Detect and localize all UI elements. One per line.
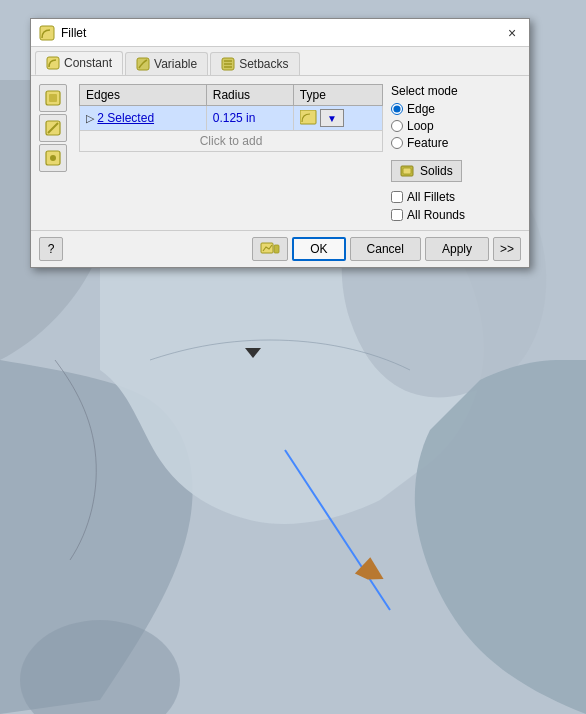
radio-feature[interactable]: Feature xyxy=(391,136,521,150)
preview-icon xyxy=(260,242,280,256)
title-bar: Fillet × xyxy=(31,19,529,47)
type-dropdown[interactable]: ▼ xyxy=(320,109,344,127)
face-icon xyxy=(44,89,62,107)
radio-edge[interactable]: Edge xyxy=(391,102,521,116)
apply-button[interactable]: Apply xyxy=(425,237,489,261)
bottom-bar: ? OK Cancel Apply >> xyxy=(31,230,529,267)
col-header-radius: Radius xyxy=(206,85,293,106)
col-header-type: Type xyxy=(293,85,382,106)
face-icon-btn[interactable] xyxy=(39,84,67,112)
radio-loop[interactable]: Loop xyxy=(391,119,521,133)
radio-feature-input[interactable] xyxy=(391,137,403,149)
left-panel xyxy=(39,84,71,222)
help-button[interactable]: ? xyxy=(39,237,63,261)
preview-button[interactable] xyxy=(252,237,288,261)
svg-rect-19 xyxy=(403,168,411,174)
svg-rect-21 xyxy=(274,245,279,253)
tab-constant-label: Constant xyxy=(64,56,112,70)
all-fillets-label: All Fillets xyxy=(407,190,455,204)
cursor-indicator: ▷ xyxy=(86,112,94,124)
edges-cell: ▷ 2 Selected xyxy=(80,106,207,131)
constant-tab-icon xyxy=(46,56,60,70)
tab-variable-label: Variable xyxy=(154,57,197,71)
cancel-button[interactable]: Cancel xyxy=(350,237,421,261)
col-header-edges: Edges xyxy=(80,85,207,106)
radio-edge-label: Edge xyxy=(407,102,435,116)
checkbox-all-rounds[interactable]: All Rounds xyxy=(391,208,521,222)
solids-icon xyxy=(400,164,416,178)
fillet-title-icon xyxy=(39,25,55,41)
fillet-dialog: Fillet × Constant Variable xyxy=(30,18,530,268)
all-rounds-label: All Rounds xyxy=(407,208,465,222)
vertex-icon xyxy=(44,149,62,167)
fillet-type-icon xyxy=(300,110,318,126)
radio-edge-input[interactable] xyxy=(391,103,403,115)
click-to-add[interactable]: Click to add xyxy=(80,131,383,152)
tab-setbacks-label: Setbacks xyxy=(239,57,288,71)
title-bar-left: Fillet xyxy=(39,25,86,41)
right-panel: Select mode Edge Loop Feature xyxy=(391,84,521,222)
more-button[interactable]: >> xyxy=(493,237,521,261)
checkbox-group: All Fillets All Rounds xyxy=(391,190,521,222)
edges-value: 2 Selected xyxy=(97,111,154,125)
solids-button[interactable]: Solids xyxy=(391,160,462,182)
type-cell: ▼ xyxy=(293,106,382,131)
ok-button[interactable]: OK xyxy=(292,237,345,261)
table-section: Edges Radius Type ▷ 2 Selected 0.125 in xyxy=(79,84,383,222)
svg-rect-5 xyxy=(47,57,59,69)
type-cell-content: ▼ xyxy=(300,109,376,127)
table-row[interactable]: ▷ 2 Selected 0.125 in ▼ xyxy=(80,106,383,131)
fillet-table: Edges Radius Type ▷ 2 Selected 0.125 in xyxy=(79,84,383,152)
checkbox-all-fillets[interactable]: All Fillets xyxy=(391,190,521,204)
radius-cell[interactable]: 0.125 in xyxy=(206,106,293,131)
tab-constant[interactable]: Constant xyxy=(35,51,123,75)
vertex-icon-btn[interactable] xyxy=(39,144,67,172)
setbacks-tab-icon xyxy=(221,57,235,71)
radio-feature-label: Feature xyxy=(407,136,448,150)
edge-icon xyxy=(44,119,62,137)
tab-bar: Constant Variable Setbacks xyxy=(31,47,529,76)
checkbox-all-fillets-input[interactable] xyxy=(391,191,403,203)
variable-tab-icon xyxy=(136,57,150,71)
close-button[interactable]: × xyxy=(503,24,521,42)
radio-group: Edge Loop Feature xyxy=(391,102,521,150)
radio-loop-label: Loop xyxy=(407,119,434,133)
tab-setbacks[interactable]: Setbacks xyxy=(210,52,299,75)
dialog-body: Edges Radius Type ▷ 2 Selected 0.125 in xyxy=(31,76,529,230)
radio-loop-input[interactable] xyxy=(391,120,403,132)
tab-variable[interactable]: Variable xyxy=(125,52,208,75)
add-row: Click to add xyxy=(80,131,383,152)
svg-rect-12 xyxy=(49,94,57,102)
select-mode-label: Select mode xyxy=(391,84,521,98)
checkbox-all-rounds-input[interactable] xyxy=(391,209,403,221)
svg-point-16 xyxy=(50,155,56,161)
edge-icon-btn[interactable] xyxy=(39,114,67,142)
arrow-indicator xyxy=(245,348,261,358)
solids-label: Solids xyxy=(420,164,453,178)
dialog-title: Fillet xyxy=(61,26,86,40)
